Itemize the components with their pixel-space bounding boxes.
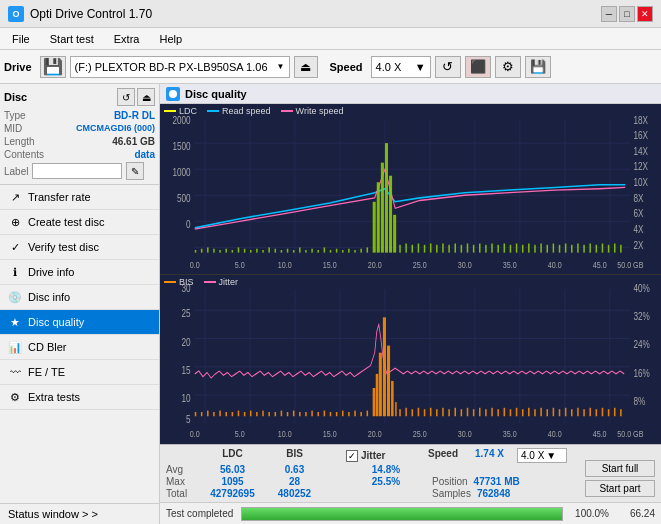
verify-test-disc-icon: ✓ (8, 240, 22, 254)
total-label: Total (166, 488, 198, 499)
svg-text:15.0: 15.0 (323, 260, 337, 270)
speed-stats-dropdown[interactable]: 4.0 X ▼ (517, 448, 567, 463)
svg-rect-98 (534, 245, 536, 253)
refresh-button[interactable]: ↺ (435, 56, 461, 78)
svg-rect-160 (256, 412, 258, 416)
progress-percent: 100.0% (571, 508, 609, 519)
settings-button[interactable]: ⚙ (495, 56, 521, 78)
sidebar-item-label-drive-info: Drive info (28, 266, 74, 278)
minimize-button[interactable]: ─ (601, 6, 617, 22)
app-title: Opti Drive Control 1.70 (30, 7, 152, 21)
label-input[interactable] (32, 163, 122, 179)
svg-text:45.0: 45.0 (593, 260, 607, 270)
sidebar-item-drive-info[interactable]: ℹ Drive info (0, 260, 159, 285)
svg-rect-60 (311, 249, 313, 253)
svg-text:25.0: 25.0 (413, 428, 427, 439)
svg-text:16X: 16X (633, 130, 648, 141)
sidebar-item-create-test-disc[interactable]: ⊕ Create test disc (0, 210, 159, 235)
avg-ldc: 56.03 (200, 464, 265, 475)
drive-dropdown[interactable]: (F:) PLEXTOR BD-R PX-LB950SA 1.06 ▼ (70, 56, 290, 78)
stats-headers: LDC BIS ✓ Jitter Speed 1.74 X 4.0 X ▼ (166, 448, 579, 463)
label-edit-button[interactable]: ✎ (126, 162, 144, 180)
svg-text:10X: 10X (633, 177, 648, 188)
svg-text:4X: 4X (633, 224, 644, 235)
jitter-header-label: Jitter (361, 450, 385, 461)
svg-rect-193 (442, 407, 444, 415)
svg-rect-111 (614, 244, 616, 253)
svg-rect-103 (565, 244, 567, 253)
menu-file[interactable]: File (4, 31, 38, 47)
svg-rect-50 (250, 250, 252, 253)
sidebar-item-fe-te[interactable]: 〰 FE / TE (0, 360, 159, 385)
svg-text:15: 15 (182, 363, 192, 376)
svg-text:15.0: 15.0 (323, 428, 337, 439)
menu-help[interactable]: Help (151, 31, 190, 47)
svg-text:2000: 2000 (172, 115, 190, 126)
svg-rect-201 (491, 407, 493, 415)
eject-button[interactable]: ⏏ (294, 56, 318, 78)
svg-rect-209 (540, 407, 542, 415)
svg-text:1500: 1500 (172, 141, 190, 152)
svg-rect-211 (553, 407, 555, 415)
menu-bar: File Start test Extra Help (0, 28, 661, 50)
svg-rect-107 (589, 244, 591, 253)
length-label: Length (4, 136, 35, 147)
sidebar-item-verify-test-disc[interactable]: ✓ Verify test disc (0, 235, 159, 260)
svg-rect-44 (213, 249, 215, 253)
sidebar-item-label-create-test-disc: Create test disc (28, 216, 104, 228)
svg-rect-105 (577, 244, 579, 253)
svg-rect-177 (360, 412, 362, 416)
svg-rect-222 (620, 409, 622, 416)
menu-extra[interactable]: Extra (106, 31, 148, 47)
svg-rect-181 (379, 352, 382, 416)
speed-dropdown[interactable]: 4.0 X ▼ (371, 56, 431, 78)
start-full-button[interactable]: Start full (585, 460, 655, 477)
stop-button[interactable]: ⬛ (465, 56, 491, 78)
svg-rect-89 (479, 244, 481, 253)
svg-rect-66 (348, 249, 350, 253)
svg-rect-190 (424, 409, 426, 416)
status-window-button[interactable]: Status window > > (0, 503, 159, 524)
sidebar-item-label-fe-te: FE / TE (28, 366, 65, 378)
speed-col-header: Speed (428, 448, 473, 463)
start-part-button[interactable]: Start part (585, 480, 655, 497)
disc-refresh-icon[interactable]: ↺ (117, 88, 135, 106)
svg-rect-95 (516, 244, 518, 253)
svg-rect-163 (275, 412, 277, 416)
contents-label: Contents (4, 149, 44, 160)
progress-value: 66.24 (617, 508, 655, 519)
svg-rect-49 (244, 249, 246, 253)
legend-bis: BIS (164, 277, 194, 287)
svg-text:10.0: 10.0 (278, 260, 292, 270)
svg-text:500: 500 (177, 193, 191, 204)
svg-rect-184 (391, 380, 394, 415)
fe-te-icon: 〰 (8, 365, 22, 379)
sidebar: Disc ↺ ⏏ Type BD-R DL MID CMCMAGDI6 (000… (0, 84, 160, 524)
sidebar-item-label-disc-info: Disc info (28, 291, 70, 303)
legend-write-speed: Write speed (281, 106, 344, 116)
svg-rect-41 (195, 250, 197, 253)
jitter-checkbox[interactable]: ✓ (346, 450, 358, 462)
svg-rect-78 (412, 245, 414, 253)
svg-rect-154 (219, 410, 221, 416)
maximize-button[interactable]: □ (619, 6, 635, 22)
sidebar-item-cd-bler[interactable]: 📊 CD Bler (0, 335, 159, 360)
close-button[interactable]: ✕ (637, 6, 653, 22)
svg-rect-156 (232, 412, 234, 416)
progress-bar-fill (242, 508, 562, 520)
svg-rect-176 (354, 410, 356, 416)
sidebar-item-extra-tests[interactable]: ⚙ Extra tests (0, 385, 159, 410)
svg-rect-180 (376, 373, 379, 415)
menu-start-test[interactable]: Start test (42, 31, 102, 47)
sidebar-item-disc-info[interactable]: 💿 Disc info (0, 285, 159, 310)
position-label: Position (432, 476, 468, 487)
svg-rect-169 (311, 410, 313, 416)
save-button[interactable]: 💾 (525, 56, 551, 78)
disc-eject-icon[interactable]: ⏏ (137, 88, 155, 106)
svg-rect-198 (473, 409, 475, 416)
sidebar-item-transfer-rate[interactable]: ↗ Transfer rate (0, 185, 159, 210)
svg-rect-205 (516, 407, 518, 415)
svg-rect-152 (207, 410, 209, 416)
sidebar-item-disc-quality[interactable]: ★ Disc quality (0, 310, 159, 335)
sidebar-item-label-transfer-rate: Transfer rate (28, 191, 91, 203)
